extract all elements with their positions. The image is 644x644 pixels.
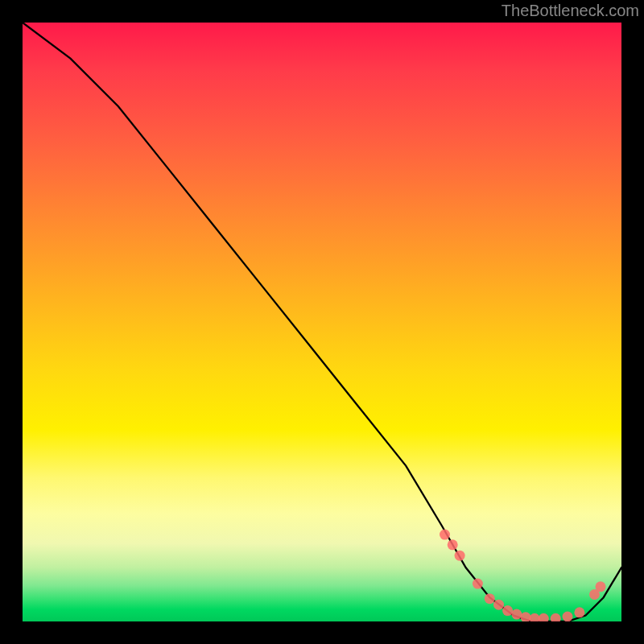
highlight-point [530, 613, 540, 621]
highlight-point [511, 609, 522, 620]
highlight-point [502, 605, 513, 616]
highlight-point [455, 551, 465, 561]
bottleneck-curve [23, 23, 621, 621]
highlight-point [485, 593, 495, 604]
highlight-point [539, 613, 549, 621]
highlight-point [563, 612, 573, 622]
highlight-point [596, 581, 606, 592]
highlight-point [440, 530, 450, 540]
curve-layer [23, 23, 621, 621]
plot-area [23, 23, 621, 621]
highlight-markers [440, 530, 606, 621]
highlight-point [521, 612, 531, 621]
highlight-point [473, 579, 483, 589]
highlight-point [574, 607, 584, 617]
highlight-point [551, 613, 561, 621]
watermark-text: TheBottleneck.com [502, 2, 639, 20]
highlight-point [493, 600, 504, 610]
highlight-point [448, 539, 458, 550]
